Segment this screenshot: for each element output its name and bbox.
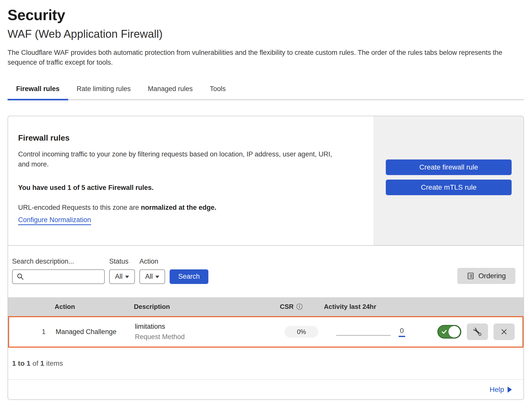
create-firewall-rule-button[interactable]: Create firewall rule (386, 159, 512, 175)
search-input-wrapper (12, 269, 105, 284)
action-dropdown-value: All (145, 273, 153, 280)
delete-rule-button[interactable] (493, 323, 515, 340)
rule-activity-cell: 0 (319, 327, 424, 337)
ordering-button-label: Ordering (478, 272, 506, 280)
action-filter-group: Action All (139, 258, 165, 284)
toggle-knob (448, 326, 460, 338)
pagination-summary: 1 to 1 of 1 items (8, 348, 523, 380)
header-csr-label: CSR (280, 303, 294, 311)
firewall-rules-overview: Firewall rules Control incoming traffic … (8, 116, 523, 245)
action-label: Action (139, 258, 165, 265)
overview-heading: Firewall rules (18, 133, 364, 143)
normalization-note-text: URL-encoded Requests to this zone are (18, 204, 141, 211)
header-activity: Activity last 24hr (318, 303, 423, 311)
status-label: Status (109, 258, 135, 265)
rule-description-detail: Request Method (135, 333, 273, 341)
search-icon (17, 273, 24, 280)
status-dropdown[interactable]: All (109, 269, 135, 284)
summary-of: of (30, 359, 40, 367)
info-icon[interactable] (296, 303, 303, 310)
table-header-row: Action Description CSR Activity last 24h… (8, 297, 523, 316)
arrow-right-icon (508, 387, 512, 393)
rule-priority: 1 (9, 328, 48, 336)
tab-tools[interactable]: Tools (201, 79, 234, 100)
status-dropdown-value: All (115, 273, 123, 280)
search-group: Search description... (12, 258, 105, 284)
close-icon (500, 328, 508, 336)
activity-sparkline (336, 335, 391, 336)
chevron-down-icon (155, 276, 159, 278)
summary-items: items (44, 359, 63, 367)
activity-count-link[interactable]: 0 (399, 327, 405, 337)
rule-controls-cell (424, 323, 522, 340)
create-mtls-rule-button[interactable]: Create mTLS rule (386, 180, 512, 195)
rule-action: Managed Challenge (48, 328, 127, 336)
action-dropdown[interactable]: All (139, 269, 165, 284)
page-subtitle: WAF (Web Application Firewall) (8, 28, 524, 40)
tab-firewall-rules[interactable]: Firewall rules (8, 79, 68, 100)
chevron-down-icon (125, 276, 129, 278)
ordering-button[interactable]: Ordering (457, 268, 515, 284)
header-action: Action (47, 303, 126, 311)
help-link[interactable]: Help (489, 386, 504, 394)
edit-rule-button[interactable] (467, 323, 488, 340)
search-button[interactable]: Search (170, 269, 208, 284)
page-description: The Cloudflare WAF provides both automat… (8, 48, 513, 67)
page-title: Security (8, 7, 524, 24)
list-document-icon (467, 272, 474, 280)
header-description: Description (126, 303, 272, 311)
tab-bar: Firewall rules Rate limiting rules Manag… (8, 79, 524, 100)
header-csr: CSR (272, 303, 318, 311)
firewall-rules-card: Firewall rules Control incoming traffic … (8, 116, 524, 400)
search-label: Search description... (12, 258, 105, 265)
csr-badge: 0% (285, 326, 318, 338)
check-icon (441, 329, 447, 335)
normalization-note: URL-encoded Requests to this zone are no… (18, 204, 364, 212)
rule-description-cell: limitations Request Method (127, 323, 273, 341)
create-rule-panel: Create firewall rule Create mTLS rule (374, 116, 523, 245)
firewall-rule-row: 1 Managed Challenge limitations Request … (8, 316, 523, 348)
wrench-icon (473, 328, 481, 336)
configure-normalization-link[interactable]: Configure Normalization (18, 216, 91, 225)
search-input[interactable] (27, 270, 111, 283)
normalization-note-bold: normalized at the edge. (141, 204, 216, 211)
summary-total: 1 (40, 359, 44, 367)
overview-description: Control incoming traffic to your zone by… (18, 149, 345, 169)
help-bar: Help (8, 380, 523, 399)
tab-managed-rules[interactable]: Managed rules (139, 79, 201, 100)
waf-security-page: Security WAF (Web Application Firewall) … (0, 0, 532, 400)
overview-text-block: Firewall rules Control incoming traffic … (8, 116, 374, 245)
summary-range: 1 to 1 (12, 359, 30, 367)
rule-enabled-toggle[interactable] (437, 325, 461, 339)
status-filter-group: Status All (109, 258, 135, 284)
tab-rate-limiting-rules[interactable]: Rate limiting rules (68, 79, 139, 100)
rule-csr-cell: 0% (273, 326, 319, 338)
filter-bar: Search description... Status All (8, 245, 523, 297)
usage-summary: You have used 1 of 5 active Firewall rul… (18, 184, 364, 192)
rule-description: limitations (135, 323, 273, 331)
